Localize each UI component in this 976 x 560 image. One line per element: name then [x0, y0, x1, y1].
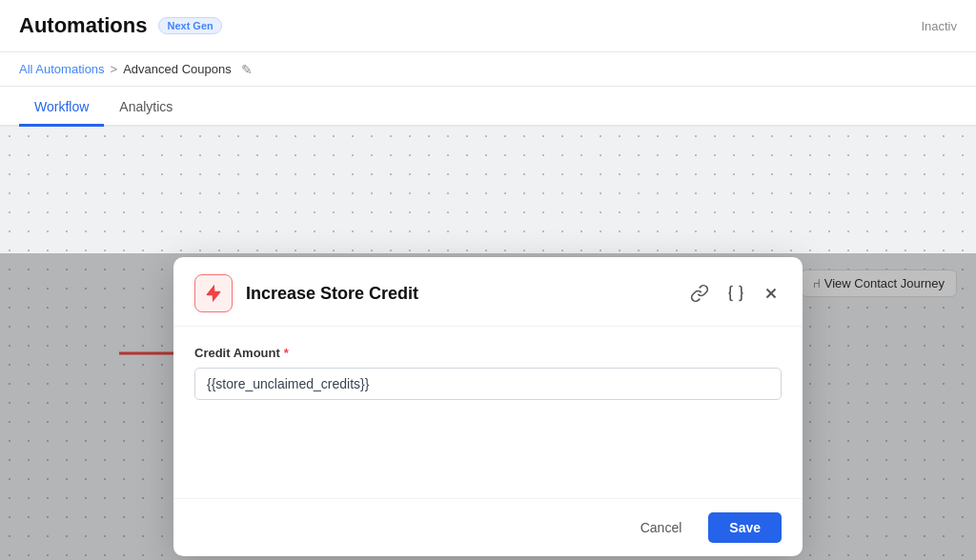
breadcrumb-all-automations[interactable]: All Automations — [19, 62, 105, 76]
page-title: Automations — [19, 13, 147, 38]
modal-code-button[interactable] — [724, 282, 747, 305]
top-header: Automations Next Gen Inactiv — [0, 0, 976, 52]
credit-amount-label: Credit Amount * — [194, 346, 782, 360]
tab-bar: Workflow Analytics — [0, 87, 976, 127]
modal-close-button[interactable] — [761, 283, 782, 304]
tab-workflow[interactable]: Workflow — [19, 91, 104, 127]
breadcrumb: All Automations > Advanced Coupons ✎ — [0, 52, 976, 87]
edit-icon[interactable]: ✎ — [241, 62, 253, 77]
modal-lightning-icon — [194, 274, 233, 312]
modal-link-button[interactable] — [688, 282, 711, 305]
modal-increase-store-credit: Increase Store Credit — [173, 257, 803, 556]
cancel-button[interactable]: Cancel — [625, 512, 698, 543]
modal-title: Increase Store Credit — [246, 284, 688, 304]
inactive-label: Inactiv — [921, 19, 957, 33]
modal-overlay: Increase Store Credit — [0, 253, 976, 560]
save-button[interactable]: Save — [708, 512, 782, 543]
tab-analytics[interactable]: Analytics — [104, 91, 188, 127]
modal-header: Increase Store Credit — [173, 257, 803, 327]
modal-body: Credit Amount * — [173, 327, 803, 498]
next-gen-badge: Next Gen — [158, 17, 221, 34]
modal-footer: Cancel Save — [173, 498, 803, 556]
breadcrumb-separator: > — [111, 62, 118, 76]
credit-amount-input[interactable] — [194, 368, 782, 400]
modal-header-actions — [688, 282, 782, 305]
canvas-area: ⑁ View Contact Journey Advanced Coupons … — [0, 127, 976, 560]
breadcrumb-current: Advanced Coupons — [123, 62, 231, 76]
required-indicator: * — [284, 346, 289, 360]
